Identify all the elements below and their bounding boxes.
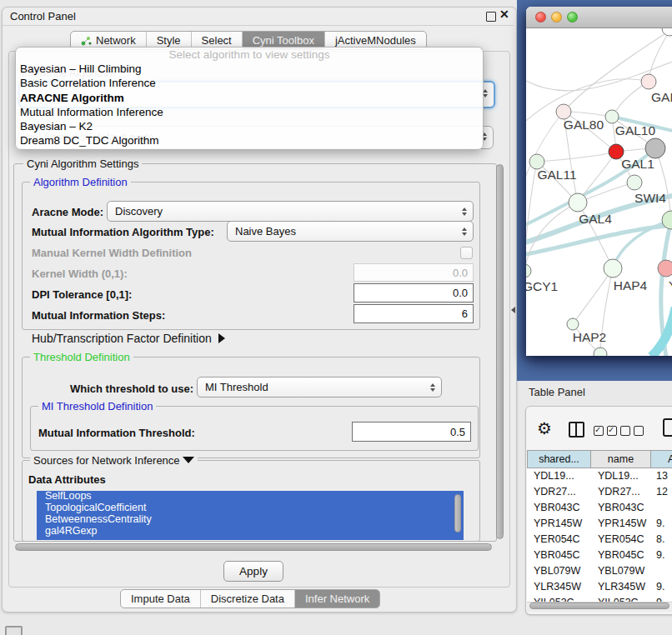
node-gcy1 bbox=[526, 264, 531, 278]
table-cell: YDR27... bbox=[527, 484, 591, 500]
table-panel-title: Table Panel bbox=[529, 386, 585, 398]
table-cell: YPR145W bbox=[527, 516, 591, 532]
column-header-name[interactable]: name bbox=[591, 450, 651, 468]
float-window-icon[interactable] bbox=[486, 12, 496, 22]
tab-impute-data[interactable]: Impute Data bbox=[121, 590, 200, 608]
table-row[interactable]: YER054CYER054C8. bbox=[527, 532, 672, 548]
attribute-list-item[interactable]: SelfLoops bbox=[37, 491, 464, 502]
node-label: Y bbox=[669, 278, 672, 292]
columns-icon[interactable] bbox=[569, 422, 584, 438]
table-row[interactable]: YDL19...YDL19...13 bbox=[527, 468, 672, 484]
attribute-list-item[interactable]: TopologicalCoefficient bbox=[37, 502, 464, 514]
node-gal7 bbox=[641, 74, 656, 89]
gear-icon[interactable]: ⚙ bbox=[537, 418, 552, 438]
algorithm-option[interactable]: Basic Correlation Inference bbox=[16, 76, 483, 90]
data-attributes-label: Data Attributes bbox=[28, 473, 106, 486]
settings-horizontal-scrollbar[interactable] bbox=[15, 543, 492, 551]
manual-kernel-label: Manual Kernel Width Definition bbox=[32, 247, 192, 259]
node-gray bbox=[645, 138, 665, 158]
close-traffic-light-icon[interactable] bbox=[535, 12, 546, 22]
node-label: GAL80 bbox=[564, 118, 604, 132]
node-swi4 bbox=[627, 175, 642, 190]
algorithm-definition-title: Algorithm Definition bbox=[30, 176, 131, 188]
attribute-list-item[interactable]: BetweennessCentrality bbox=[37, 514, 464, 526]
node-label: HAP2 bbox=[573, 330, 607, 344]
node-label: HAP4 bbox=[614, 278, 648, 292]
threshold-definition-title: Threshold Definition bbox=[30, 351, 133, 363]
algorithm-option[interactable]: Bayesian – Hill Climbing bbox=[16, 62, 483, 76]
list-scrollbar-thumb[interactable] bbox=[454, 494, 461, 532]
node-label: GAL1 bbox=[621, 157, 654, 171]
table-cell bbox=[651, 563, 672, 579]
apply-button[interactable]: Apply bbox=[223, 561, 283, 582]
zoom-traffic-light-icon[interactable] bbox=[567, 12, 578, 22]
node-label: GAL10 bbox=[615, 123, 656, 138]
hub-definition-toggle[interactable]: Hub/Transcription Factor Definition bbox=[32, 332, 225, 345]
select-all-columns-icon[interactable] bbox=[594, 424, 620, 439]
mi-steps-field[interactable]: 6 bbox=[354, 304, 474, 323]
manual-kernel-checkbox[interactable] bbox=[460, 247, 473, 259]
table-row[interactable]: YBR045CYBR045C9. bbox=[527, 548, 672, 563]
algorithm-option[interactable]: ARACNE Algorithm bbox=[16, 91, 483, 105]
algorithm-option-list: Bayesian – Hill ClimbingBasic Correlatio… bbox=[16, 62, 483, 148]
node-hap4 bbox=[604, 259, 622, 278]
table-cell: 12 bbox=[651, 484, 672, 500]
network-view-window[interactable]: GAL7 GAL80 GAL10 GAL1 GAL11 SWI4 GAL4 GC… bbox=[526, 7, 672, 356]
sources-group-title[interactable]: Sources for Network Inference bbox=[30, 454, 198, 467]
deselect-all-columns-icon[interactable] bbox=[620, 424, 647, 439]
network-canvas[interactable]: GAL7 GAL80 GAL10 GAL1 GAL11 SWI4 GAL4 GC… bbox=[526, 28, 672, 356]
table-cell: YDL19... bbox=[591, 468, 651, 484]
table-cell: YIL053C bbox=[591, 595, 651, 602]
close-icon[interactable]: ✕ bbox=[499, 8, 509, 21]
table-row[interactable]: YPR145WYPR145W9. bbox=[527, 516, 672, 532]
table-cell: YLR345W bbox=[591, 579, 651, 595]
settings-vertical-scrollbar[interactable] bbox=[496, 164, 504, 539]
minimize-traffic-light-icon[interactable] bbox=[551, 12, 562, 22]
network-window-titlebar[interactable] bbox=[526, 7, 672, 28]
table-cell: YDL19... bbox=[527, 468, 591, 484]
table-row[interactable]: YLR345WYLR345W9. bbox=[527, 579, 672, 595]
algorithm-dropdown-popup: Select algorithm to view settings Bayesi… bbox=[15, 47, 484, 150]
aracne-mode-label: Aracne Mode: bbox=[32, 206, 103, 218]
mi-type-combobox[interactable]: Naive Bayes bbox=[227, 221, 474, 242]
aracne-mode-combobox[interactable]: Discovery bbox=[107, 201, 474, 222]
node-label: GCY1 bbox=[526, 279, 558, 293]
tab-infer-network[interactable]: Infer Network bbox=[294, 590, 379, 608]
column-header-partial[interactable]: A bbox=[651, 450, 672, 468]
table-body[interactable]: YDL19...YDL19...13YDR27...YDR27...12YBR0… bbox=[527, 468, 672, 602]
collapsed-panel-icon[interactable] bbox=[5, 626, 23, 635]
table-cell: YBR043C bbox=[591, 500, 651, 516]
table-row[interactable]: YDR27...YDR27...12 bbox=[527, 484, 672, 500]
node-gal4 bbox=[569, 193, 587, 212]
new-table-icon[interactable] bbox=[663, 418, 672, 437]
column-header-shared-name[interactable]: shared... bbox=[527, 450, 591, 468]
table-row[interactable]: YBR043CYBR043C bbox=[527, 500, 672, 516]
node-hap2 bbox=[567, 318, 579, 330]
data-attributes-list[interactable]: SelfLoopsTopologicalCoefficientBetweenne… bbox=[37, 491, 464, 540]
table-cell bbox=[651, 500, 672, 516]
algorithm-option[interactable]: Dream8 DC_TDC Algorithm bbox=[16, 133, 483, 148]
table-row[interactable]: YIL053CYIL053C9. bbox=[527, 595, 672, 602]
kernel-width-field[interactable]: 0.0 bbox=[354, 263, 474, 282]
table-cell: YPR145W bbox=[591, 516, 651, 532]
table-cell: YBR043C bbox=[527, 500, 591, 516]
dpi-tolerance-field[interactable]: 0.0 bbox=[354, 283, 474, 302]
table-cell: YBL079W bbox=[527, 563, 591, 579]
screen: Control Panel ✕ Network Style Select Cyn… bbox=[0, 0, 672, 635]
table-cell: YDR27... bbox=[591, 484, 651, 500]
node-label: SWI4 bbox=[634, 191, 666, 205]
table-row[interactable]: YBL079WYBL079W bbox=[527, 563, 672, 579]
dpi-tolerance-label: DPI Tolerance [0,1]: bbox=[32, 288, 132, 301]
algorithm-option[interactable]: Mutual Information Inference bbox=[16, 105, 483, 119]
algorithm-option[interactable]: Bayesian – K2 bbox=[16, 119, 483, 133]
titlebar-divider bbox=[3, 25, 514, 26]
tab-discretize-data[interactable]: Discretize Data bbox=[200, 590, 294, 608]
attribute-list-item[interactable]: gal4RGexp bbox=[37, 526, 464, 538]
splitter-collapse-icon[interactable] bbox=[511, 307, 515, 313]
mi-threshold-field[interactable]: 0.5 bbox=[352, 422, 471, 442]
network-icon bbox=[81, 36, 92, 46]
node-label: GAL7 bbox=[651, 90, 672, 104]
table-hscroll-thumb[interactable] bbox=[529, 602, 669, 609]
table-cell: YLR345W bbox=[527, 579, 591, 595]
which-threshold-combobox[interactable]: MI Threshold bbox=[197, 377, 442, 398]
